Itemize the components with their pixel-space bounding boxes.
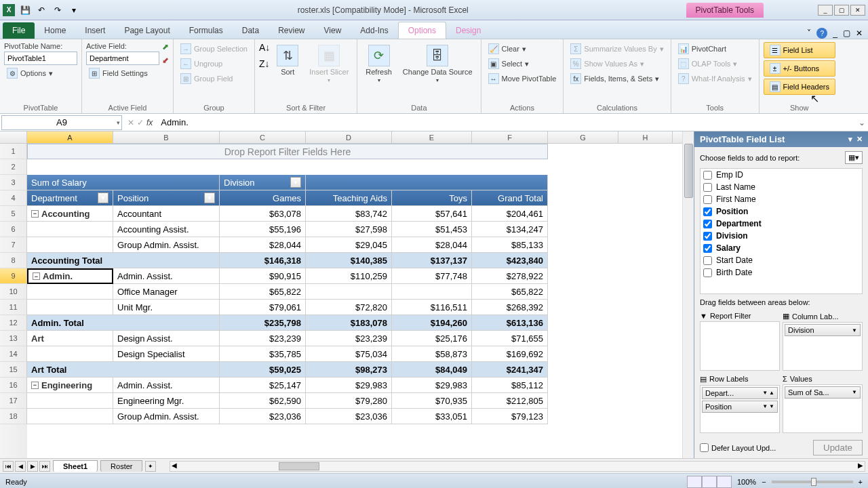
clear-button[interactable]: 🧹Clear ▾ [486, 42, 559, 56]
cell[interactable] [27, 393, 113, 409]
cell[interactable]: $140,385 [306, 253, 392, 268]
chip-division[interactable]: Division▼ [785, 324, 861, 336]
field-list-button[interactable]: ☰Field List [764, 42, 835, 58]
row-header-3[interactable]: 3 [0, 175, 27, 190]
cell[interactable]: $23,239 [306, 331, 392, 346]
cell[interactable]: $194,260 [392, 315, 472, 331]
tab-page-layout[interactable]: Page Layout [115, 22, 179, 39]
cell[interactable]: $65,822 [220, 284, 306, 300]
cell[interactable]: $90,915 [220, 268, 306, 284]
row-header-18[interactable]: 18 [0, 409, 27, 424]
cell[interactable]: Division▼ [220, 175, 306, 190]
doc-restore-icon[interactable]: ▢ [843, 28, 850, 38]
row-header-7[interactable]: 7 [0, 237, 27, 253]
cell[interactable]: Position▼ [113, 190, 220, 206]
minimize-ribbon-icon[interactable]: ˅ [807, 28, 811, 38]
close-button[interactable]: ✕ [850, 5, 865, 16]
cell[interactable]: $110,259 [306, 268, 392, 284]
cell[interactable]: $29,983 [306, 378, 392, 393]
cell[interactable]: Teaching Aids [306, 190, 392, 206]
field-department[interactable]: Department [701, 218, 862, 230]
field-emp-id[interactable]: Emp ID [701, 169, 862, 181]
cell[interactable]: −Engineering [27, 378, 113, 393]
cell[interactable]: $58,873 [392, 346, 472, 362]
tab-insert[interactable]: Insert [75, 22, 115, 39]
collapse-field-icon[interactable]: ⬋ [162, 56, 169, 65]
sheet-tab-roster[interactable]: Roster [100, 460, 142, 472]
row-header-4[interactable]: 4 [0, 190, 27, 206]
department-filter-icon[interactable]: ▼ [98, 192, 108, 203]
chevron-down-icon[interactable]: ▼ [762, 403, 768, 409]
cell[interactable]: $59,025 [220, 362, 306, 378]
tab-file[interactable]: File [3, 22, 35, 39]
cell[interactable]: Group Admin. Assist. [113, 237, 220, 253]
division-filter-icon[interactable]: ▼ [290, 177, 301, 188]
cell[interactable]: Accountant [113, 206, 220, 222]
col-header-e[interactable]: E [392, 131, 472, 143]
zoom-level[interactable]: 100% [737, 478, 756, 486]
tab-data[interactable]: Data [233, 22, 269, 39]
select-button[interactable]: ▣Select ▾ [486, 57, 559, 70]
row-header-13[interactable]: 13 [0, 331, 27, 346]
prev-sheet-icon[interactable]: ◀ [15, 461, 26, 472]
collapse-icon[interactable]: − [33, 272, 40, 280]
field-position[interactable]: Position [701, 205, 862, 218]
spinner-icon[interactable]: ▲ [769, 390, 774, 396]
minimize-button[interactable]: _ [818, 5, 833, 16]
chip-sum-of-salary[interactable]: Sum of Sa...▼ [785, 386, 861, 399]
field-birth-date[interactable]: Birth Date [701, 266, 862, 279]
col-header-c[interactable]: C [220, 131, 306, 143]
name-box[interactable]: A9▾ [1, 115, 122, 130]
cell[interactable] [27, 346, 113, 362]
zoom-thumb[interactable] [811, 478, 816, 486]
row-header-14[interactable]: 14 [0, 346, 27, 362]
hscroll-thumb[interactable] [279, 462, 319, 470]
maximize-button[interactable]: ▢ [834, 5, 849, 16]
fields-items-sets-button[interactable]: fxFields, Items, & Sets ▾ [568, 72, 666, 85]
cell[interactable]: $29,045 [306, 237, 392, 253]
last-sheet-icon[interactable]: ⏭ [39, 461, 50, 472]
collapse-icon[interactable]: − [31, 382, 39, 389]
cell[interactable]: $98,273 [306, 362, 392, 378]
excel-icon[interactable]: X [3, 4, 15, 16]
tab-design[interactable]: Design [446, 22, 490, 39]
cell[interactable]: Admin. Assist. [113, 268, 220, 284]
defer-layout-checkbox[interactable] [700, 443, 709, 452]
cell[interactable]: $204,461 [472, 206, 548, 222]
tab-view[interactable]: View [315, 22, 351, 39]
cell[interactable]: $29,983 [392, 378, 472, 393]
column-labels-area[interactable]: Division▼ [783, 322, 863, 371]
cell[interactable]: $28,044 [392, 237, 472, 253]
field-list-close-icon[interactable]: ✕ [856, 135, 863, 144]
cell[interactable]: Admin. Assist. [113, 378, 220, 393]
col-header-b[interactable]: B [113, 131, 220, 143]
row-header-8[interactable]: 8 [0, 253, 27, 268]
cell[interactable]: $28,044 [220, 237, 306, 253]
cell[interactable]: $23,036 [220, 409, 306, 424]
cell[interactable] [392, 284, 472, 300]
cell[interactable]: $65,822 [472, 284, 548, 300]
pivottable-name-input[interactable] [4, 52, 77, 65]
cell[interactable]: Group Admin. Assist. [113, 409, 220, 424]
cell[interactable]: $23,239 [220, 331, 306, 346]
layout-dropdown-icon[interactable]: ▦▾ [845, 151, 863, 164]
cell[interactable]: $33,051 [392, 409, 472, 424]
sheet-tab-sheet1[interactable]: Sheet1 [53, 460, 98, 472]
cell[interactable] [27, 300, 113, 315]
cell[interactable]: $71,655 [472, 331, 548, 346]
cell[interactable]: Sum of Salary [27, 175, 220, 190]
cell[interactable]: Accounting Total [27, 253, 220, 268]
expand-formula-icon[interactable]: ⌄ [856, 118, 868, 127]
field-checkbox[interactable] [703, 171, 712, 180]
save-icon[interactable]: 💾 [19, 4, 31, 16]
values-area[interactable]: Sum of Sa...▼ [783, 384, 863, 434]
select-all-corner[interactable] [0, 131, 27, 143]
next-sheet-icon[interactable]: ▶ [27, 461, 38, 472]
row-header-16[interactable]: 16 [0, 378, 27, 393]
first-sheet-icon[interactable]: ⏮ [3, 461, 14, 472]
cell[interactable]: Office Manager [113, 284, 220, 300]
chip-position[interactable]: Position▼▼ [702, 401, 778, 413]
row-header-2[interactable]: 2 [0, 159, 27, 175]
row-header-5[interactable]: 5 [0, 206, 27, 222]
row-header-17[interactable]: 17 [0, 393, 27, 409]
